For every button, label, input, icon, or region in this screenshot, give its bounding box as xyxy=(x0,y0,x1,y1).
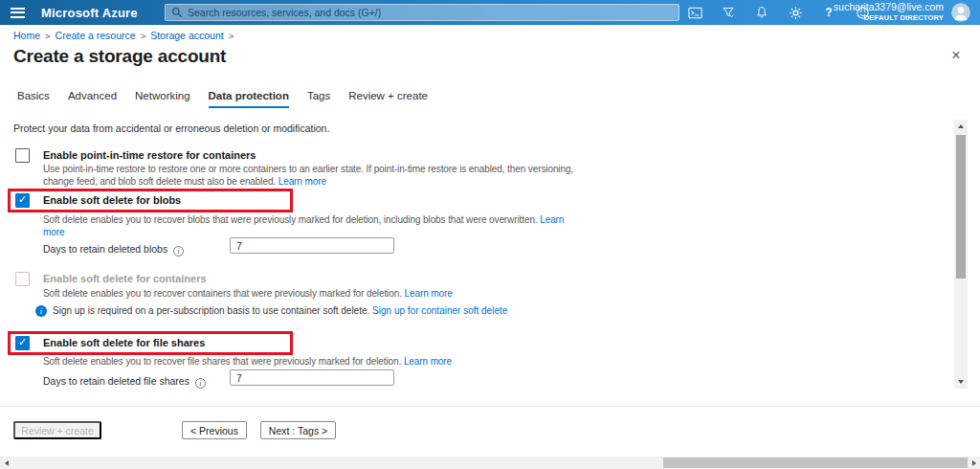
tab-review-create[interactable]: Review + create xyxy=(348,90,428,108)
more-options-icon[interactable]: ··· xyxy=(203,51,220,65)
account-directory: DEFAULT DIRECTORY xyxy=(834,12,944,23)
field-label: Days to retain deleted blobs xyxy=(43,243,167,255)
cloud-shell-icon[interactable] xyxy=(687,5,702,20)
scroll-left-arrow[interactable] xyxy=(0,457,12,469)
info-tooltip-icon[interactable]: i xyxy=(195,378,206,389)
scroll-up-arrow[interactable] xyxy=(954,120,968,133)
notifications-bell-icon[interactable] xyxy=(754,5,769,20)
azure-portal-window: Microsoft Azure xyxy=(0,0,980,469)
checkbox-label: Enable soft delete for containers xyxy=(43,273,207,284)
panel-intro-text: Protect your data from accidental or err… xyxy=(13,123,329,134)
account-info[interactable]: sucharita3379@live.com DEFAULT DIRECTORY xyxy=(834,2,944,23)
breadcrumb-home[interactable]: Home xyxy=(13,30,40,41)
tab-advanced[interactable]: Advanced xyxy=(68,90,117,108)
tab-basics[interactable]: Basics xyxy=(17,90,50,108)
tab-tags[interactable]: Tags xyxy=(307,90,330,108)
search-input[interactable] xyxy=(188,7,673,18)
scroll-right-arrow[interactable] xyxy=(968,457,980,469)
field-days-retain-file-shares: Days to retain deleted file sharesi xyxy=(43,371,206,388)
learn-more-link[interactable]: more xyxy=(43,227,64,237)
review-create-button[interactable]: Review + create xyxy=(13,421,101,439)
breadcrumb: Home>Create a resource>Storage account> xyxy=(13,30,238,41)
hamburger-menu-icon[interactable] xyxy=(0,0,34,25)
field-label: Days to retain deleted file shares xyxy=(43,375,189,387)
footer-divider xyxy=(0,406,980,407)
checkbox-soft-delete-blobs[interactable] xyxy=(15,193,30,208)
brand-logo[interactable]: Microsoft Azure xyxy=(41,6,138,20)
page-title: Create a storage account xyxy=(13,46,226,67)
signup-note: i Sign up is required on a per-subscript… xyxy=(53,305,507,316)
search-icon xyxy=(171,7,183,18)
learn-more-link[interactable]: Learn more xyxy=(278,176,326,187)
next-tags-button[interactable]: Next : Tags > xyxy=(260,421,336,439)
section-description: Soft delete enables you to recover conta… xyxy=(43,288,656,301)
breadcrumb-create-a-resource[interactable]: Create a resource xyxy=(56,30,136,41)
field-days-retain-blobs: Days to retain deleted blobsi xyxy=(43,239,184,256)
horizontal-scrollbar[interactable] xyxy=(0,457,980,469)
close-icon[interactable]: × xyxy=(947,47,965,64)
learn-more-link[interactable]: Learn more xyxy=(404,356,452,367)
signup-container-soft-delete-link[interactable]: Sign up for container soft delete xyxy=(372,305,507,316)
account-email: sucharita3379@live.com xyxy=(834,2,944,12)
vertical-scrollbar[interactable] xyxy=(954,120,968,389)
scroll-down-arrow[interactable] xyxy=(954,375,968,389)
previous-button[interactable]: < Previous xyxy=(182,421,247,439)
section-description: Soft delete enables you to recover blobs… xyxy=(43,214,656,238)
global-search[interactable] xyxy=(165,4,679,21)
vertical-scroll-thumb[interactable] xyxy=(956,135,966,279)
checkbox-label[interactable]: Enable soft delete for file shares xyxy=(43,337,205,348)
avatar[interactable] xyxy=(951,3,970,22)
learn-more-link[interactable]: Learn more xyxy=(405,288,453,299)
tab-bar: Basics Advanced Networking Data protecti… xyxy=(17,90,446,108)
checkbox-label[interactable]: Enable soft delete for blobs xyxy=(43,194,181,206)
section-description: Soft delete enables you to recover file … xyxy=(43,356,656,368)
section-description: Use point-in-time restore to restore one… xyxy=(43,164,656,188)
days-retain-file-shares-input[interactable] xyxy=(230,369,394,386)
checkbox-soft-delete-file-shares[interactable] xyxy=(15,336,30,350)
tab-networking[interactable]: Networking xyxy=(135,90,190,108)
top-bar: Microsoft Azure xyxy=(0,0,980,25)
checkbox-point-in-time-restore[interactable] xyxy=(15,148,30,163)
info-icon: i xyxy=(35,305,47,317)
breadcrumb-storage-account[interactable]: Storage account xyxy=(150,30,223,41)
checkbox-label[interactable]: Enable point-in-time restore for contain… xyxy=(43,149,256,161)
info-tooltip-icon[interactable]: i xyxy=(173,246,184,257)
learn-more-link[interactable]: Learn xyxy=(540,214,564,225)
days-retain-blobs-input[interactable] xyxy=(230,237,394,254)
tab-data-protection[interactable]: Data protection xyxy=(209,90,289,108)
settings-gear-icon[interactable] xyxy=(788,5,803,20)
directory-filter-icon[interactable] xyxy=(721,5,736,20)
horizontal-scroll-thumb[interactable] xyxy=(663,458,968,468)
checkbox-soft-delete-containers[interactable] xyxy=(15,272,30,286)
